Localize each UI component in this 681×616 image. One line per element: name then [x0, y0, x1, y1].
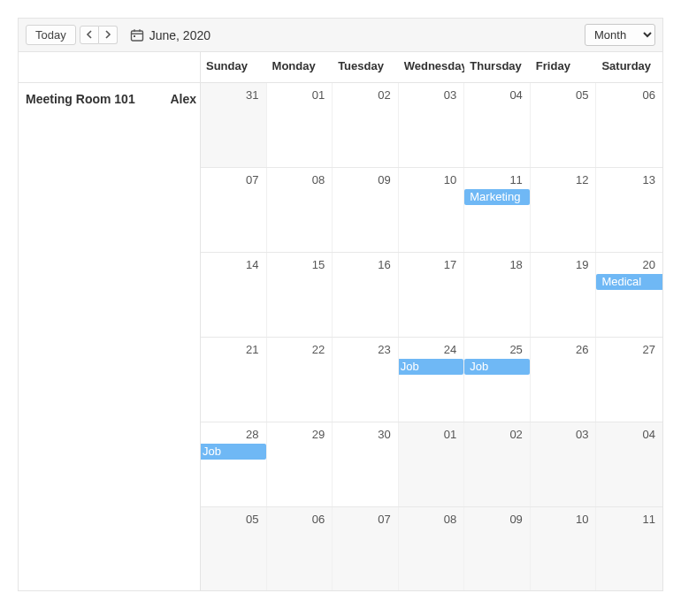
event-chip[interactable]: Job [399, 359, 464, 375]
day-cell[interactable]: 03 [531, 422, 597, 506]
day-cell[interactable]: 03 [399, 83, 465, 167]
day-cell[interactable]: 05 [201, 507, 267, 590]
day-cell[interactable]: 09 [333, 168, 399, 252]
day-cell[interactable]: 16 [333, 253, 399, 337]
day-number: 19 [576, 258, 588, 271]
next-button[interactable] [99, 26, 118, 44]
day-cell[interactable]: 17 [399, 253, 465, 337]
day-cell[interactable]: 23 [333, 338, 399, 422]
day-number: 20 [643, 258, 655, 271]
nav-group [80, 26, 118, 44]
day-cell[interactable]: 27 [596, 338, 662, 422]
day-number: 05 [246, 513, 258, 526]
body-wrap: Meeting Room 101 Alex 310102030405060708… [19, 83, 662, 590]
svg-rect-0 [131, 31, 142, 41]
day-number: 09 [509, 513, 522, 526]
day-header: Sunday [201, 52, 267, 82]
day-cell[interactable]: 10 [531, 507, 597, 590]
day-number: 09 [378, 173, 390, 186]
day-cell[interactable]: 24Job [399, 338, 465, 422]
day-cell[interactable]: 01 [399, 422, 465, 506]
day-cell[interactable]: 19 [531, 253, 597, 337]
day-number: 08 [444, 513, 456, 526]
day-number: 30 [378, 428, 390, 441]
day-cell[interactable]: 01 [267, 83, 333, 167]
day-number: 04 [509, 88, 522, 102]
calendar-icon [130, 28, 144, 42]
day-cell[interactable]: 04 [464, 83, 531, 167]
day-number: 06 [312, 513, 325, 526]
day-number: 12 [576, 173, 588, 186]
day-cell[interactable]: 31 [201, 83, 267, 167]
chevron-left-icon [86, 28, 93, 42]
event-chip[interactable]: Medical [596, 274, 662, 290]
resource-person: Alex [150, 83, 200, 115]
toolbar: Today [18, 18, 663, 52]
day-cell[interactable]: 11 [596, 507, 662, 590]
period-display: June, 2020 [130, 28, 210, 42]
day-number: 14 [246, 258, 258, 271]
day-cell[interactable]: 20Medical [596, 253, 662, 337]
resource-name: Meeting Room 101 [19, 83, 150, 115]
day-number: 07 [378, 513, 390, 526]
day-cell[interactable]: 04 [596, 422, 662, 506]
day-cell[interactable]: 15 [267, 253, 333, 337]
day-cell[interactable]: 02 [464, 422, 531, 506]
svg-rect-4 [134, 35, 135, 37]
event-chip[interactable]: Job [201, 444, 266, 460]
day-number: 08 [312, 173, 325, 186]
day-cell[interactable]: 09 [464, 507, 531, 590]
day-number: 07 [246, 173, 258, 186]
day-cell[interactable]: 07 [333, 507, 399, 590]
day-cell[interactable]: 11Marketing [464, 168, 531, 252]
day-cell[interactable]: 02 [333, 83, 399, 167]
day-cell[interactable]: 06 [267, 507, 333, 590]
day-cell[interactable]: 18 [464, 253, 531, 337]
day-cell[interactable]: 21 [201, 338, 267, 422]
toolbar-left: Today [26, 25, 210, 45]
day-cell[interactable]: 07 [201, 168, 267, 252]
day-number: 03 [576, 428, 588, 441]
day-number: 16 [378, 258, 390, 271]
day-cell[interactable]: 22 [267, 338, 333, 422]
day-cell[interactable]: 25Job [464, 338, 531, 422]
day-cell[interactable]: 06 [596, 83, 662, 167]
day-cell[interactable]: 14 [201, 253, 267, 337]
day-cell[interactable]: 08 [399, 507, 465, 590]
event-chip[interactable]: Marketing [464, 189, 530, 205]
day-number: 23 [378, 343, 390, 356]
day-number: 21 [246, 343, 258, 356]
calendar-scroll[interactable]: 310102030405060708091011Marketing1213141… [201, 83, 662, 590]
day-cell[interactable]: 10 [399, 168, 465, 252]
today-button[interactable]: Today [26, 25, 76, 45]
day-cell[interactable]: 08 [267, 168, 333, 252]
scheduler-app: Today [0, 0, 681, 616]
week-row: 0708091011Marketing1213 [201, 168, 662, 253]
day-cell[interactable]: 05 [531, 83, 597, 167]
prev-button[interactable] [80, 26, 99, 44]
day-cell[interactable]: 26 [531, 338, 597, 422]
day-number: 13 [643, 173, 655, 186]
chevron-right-icon [104, 28, 111, 42]
day-number: 26 [576, 343, 588, 356]
days-header: SundayMondayTuesdayWednesdayThursdayFrid… [201, 52, 662, 82]
day-header: Wednesday [399, 52, 465, 82]
day-number: 29 [312, 428, 325, 441]
day-cell[interactable]: 13 [596, 168, 662, 252]
day-header: Thursday [464, 52, 531, 82]
resource-header-spacer [19, 52, 201, 82]
day-number: 01 [312, 88, 325, 102]
period-label: June, 2020 [149, 28, 210, 42]
day-cell[interactable]: 28Job [201, 422, 267, 506]
day-number: 18 [509, 258, 522, 271]
view-select[interactable]: Month [585, 24, 655, 46]
day-number: 05 [576, 88, 588, 102]
day-number: 10 [444, 173, 456, 186]
day-number: 02 [378, 88, 390, 102]
week-row: 28Job293001020304 [201, 422, 662, 507]
day-cell[interactable]: 12 [531, 168, 597, 252]
day-cell[interactable]: 30 [333, 422, 399, 506]
event-chip[interactable]: Job [464, 359, 530, 375]
day-cell[interactable]: 29 [267, 422, 333, 506]
day-number: 11 [509, 173, 522, 186]
